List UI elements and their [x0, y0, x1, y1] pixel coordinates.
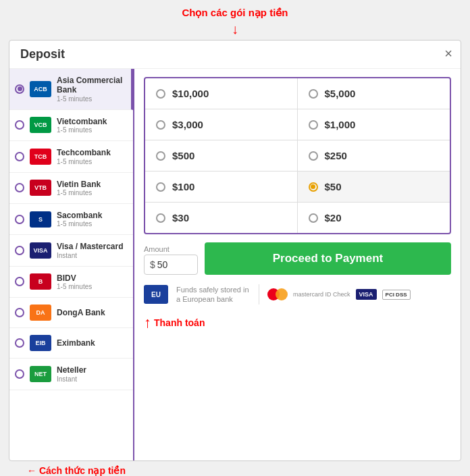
deposit-modal: Deposit × ACBAsia Commercial Bank1-5 min… [9, 40, 461, 461]
bank-time-net: Instant [57, 375, 86, 383]
arrow-down-icon: ↓ [232, 22, 238, 37]
radio-vcb [15, 120, 24, 130]
eu-badge: EU [144, 285, 168, 304]
sidebar-item-eib[interactable]: EIBEximbank [9, 328, 133, 359]
logo-tcb: TCB [30, 149, 51, 165]
bank-name-visa: Visa / Mastercard [57, 242, 124, 251]
amount-grid: $10,000$5,000$3,000$1,000$500$250$100$50… [144, 77, 451, 234]
amount-label-7: $50 [325, 181, 342, 192]
bank-name-acb: Asia Commercial Bank [57, 76, 126, 95]
bank-name-scb: Sacombank [57, 211, 102, 220]
amount-label-5: $250 [325, 150, 347, 161]
bank-name-bidv: BIDV [57, 273, 92, 283]
amount-cell-3[interactable]: $1,000 [298, 109, 450, 140]
radio-vtb [15, 183, 24, 192]
info-tcb: Techcombank1-5 minutes [57, 148, 111, 165]
info-vcb: Vietcombank1-5 minutes [57, 117, 107, 134]
bank-name-vtb: Vietin Bank [57, 180, 101, 189]
amount-label-4: $500 [172, 150, 194, 161]
dollar-sign: $ [150, 259, 155, 270]
logo-dab: DA [30, 305, 51, 321]
payment-logos: mastercard ID Check VISA PCI DSS [267, 288, 411, 300]
amount-radio-3 [309, 120, 318, 130]
modal-header: Deposit × [9, 41, 461, 69]
amount-input-wrapper: $ [144, 255, 198, 275]
outer-wrapper: Chọn các gói nạp tiền ↓ Deposit × ACBAsi… [0, 0, 470, 476]
radio-scb [15, 215, 24, 224]
amount-cell-4[interactable]: $500 [145, 140, 298, 171]
mastercard-label: mastercard ID Check [293, 291, 350, 298]
sidebar-item-net[interactable]: NETNetellerInstant [9, 359, 133, 390]
close-button[interactable]: × [444, 46, 452, 61]
bank-sidebar: ACBAsia Commercial Bank1-5 minutesVCBVie… [9, 69, 134, 460]
sidebar-item-dab[interactable]: DADongA Bank [9, 298, 133, 328]
info-vtb: Vietin Bank1-5 minutes [57, 180, 101, 196]
mc-circle-orange [276, 288, 288, 300]
bank-time-bidv: 1-5 minutes [57, 283, 92, 290]
logo-scb: S [30, 211, 51, 228]
info-net: NetellerInstant [57, 365, 86, 382]
bank-time-vtb: 1-5 minutes [57, 189, 101, 196]
radio-dab [15, 308, 24, 317]
sidebar-item-vtb[interactable]: VTBVietin Bank1-5 minutes [9, 173, 133, 204]
sidebar-item-bidv[interactable]: BBIDV1-5 minutes [9, 267, 133, 298]
amount-label: Amount [144, 245, 198, 253]
sidebar-item-acb[interactable]: ACBAsia Commercial Bank1-5 minutes [9, 69, 133, 110]
amount-cell-9[interactable]: $20 [298, 203, 450, 233]
amount-cell-7[interactable]: $50 [298, 171, 450, 203]
divider [259, 284, 259, 305]
info-dab: DongA Bank [57, 308, 105, 317]
amount-input-row: Amount $ Proceed to Payment [144, 242, 451, 275]
sidebar-item-scb[interactable]: SSacombank1-5 minutes [9, 204, 133, 235]
radio-eib [15, 338, 24, 348]
info-visa: Visa / MastercardInstant [57, 242, 124, 259]
amount-radio-7 [309, 182, 318, 192]
right-content: $10,000$5,000$3,000$1,000$500$250$100$50… [134, 69, 461, 460]
mastercard-logo [267, 288, 288, 300]
amount-radio-2 [156, 120, 165, 130]
sidebar-item-visa[interactable]: VISAVisa / MastercardInstant [9, 235, 133, 266]
amount-cell-1[interactable]: $5,000 [298, 78, 450, 109]
amount-input-group: Amount $ [144, 245, 198, 275]
amount-label-6: $100 [172, 181, 194, 192]
bank-name-vcb: Vietcombank [57, 117, 107, 126]
amount-cell-0[interactable]: $10,000 [145, 78, 298, 109]
amount-cell-2[interactable]: $3,000 [145, 109, 298, 140]
bottom-section: Amount $ Proceed to Payment EU Funds saf… [144, 242, 451, 332]
bank-name-net: Neteller [57, 365, 86, 375]
annotation-bottom-left: ← Cách thức nạp tiền [7, 465, 463, 476]
amount-radio-0 [156, 89, 165, 99]
amount-input[interactable] [157, 259, 191, 270]
thanh-toan-label: Thanh toán [154, 317, 205, 328]
radio-net [15, 369, 24, 379]
sidebar-item-vcb[interactable]: VCBVietcombank1-5 minutes [9, 110, 133, 141]
logo-vcb: VCB [30, 117, 51, 133]
modal-title: Deposit [20, 47, 65, 61]
info-bidv: BIDV1-5 minutes [57, 273, 92, 290]
logo-visa: VISA [30, 242, 51, 259]
visa-badge: VISA [356, 289, 377, 300]
bank-time-vcb: 1-5 minutes [57, 126, 107, 134]
amount-radio-5 [309, 151, 318, 161]
amount-radio-6 [156, 182, 165, 192]
amount-cell-6[interactable]: $100 [145, 171, 298, 203]
sidebar-item-tcb[interactable]: TCBTechcombank1-5 minutes [9, 141, 133, 172]
amount-radio-8 [156, 213, 165, 223]
radio-visa [15, 246, 24, 255]
modal-body: ACBAsia Commercial Bank1-5 minutesVCBVie… [9, 69, 461, 460]
amount-label-1: $5,000 [325, 88, 356, 99]
amount-radio-4 [156, 151, 165, 161]
radio-acb [15, 84, 24, 94]
logo-net: NET [30, 366, 51, 382]
amount-cell-8[interactable]: $30 [145, 203, 298, 233]
security-text: Funds safely stored in a European bank [176, 285, 251, 305]
amount-label-2: $3,000 [172, 119, 203, 130]
logo-eib: EIB [30, 335, 51, 351]
bank-time-scb: 1-5 minutes [57, 220, 102, 228]
bank-time-visa: Instant [57, 252, 124, 259]
radio-bidv [15, 277, 24, 286]
bank-time-tcb: 1-5 minutes [57, 158, 111, 165]
logo-vtb: VTB [30, 180, 51, 196]
amount-cell-5[interactable]: $250 [298, 140, 450, 171]
proceed-button[interactable]: Proceed to Payment [205, 242, 451, 275]
